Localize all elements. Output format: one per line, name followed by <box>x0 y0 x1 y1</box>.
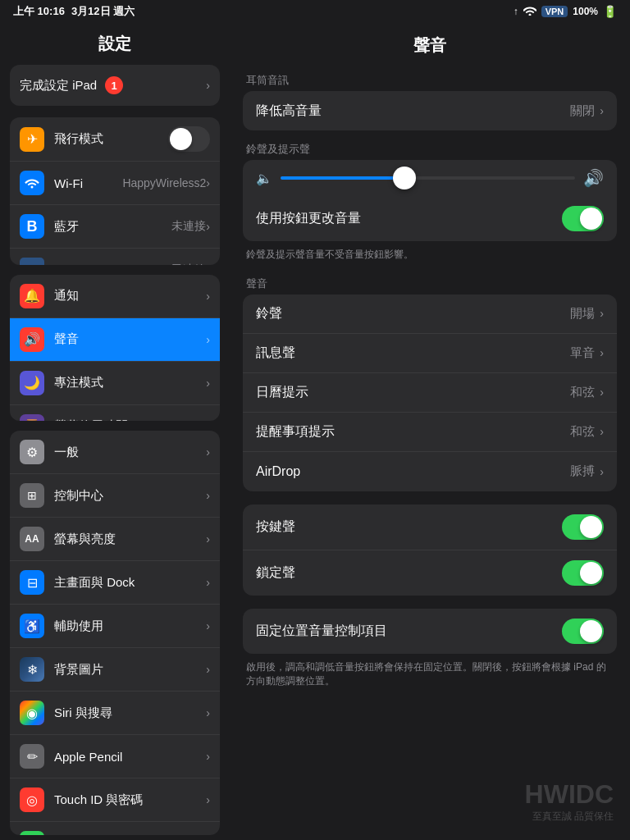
volume-slider-fill <box>281 176 404 180</box>
sidebar-item-general[interactable]: ⚙ 一般 › <box>10 431 220 474</box>
lower-volume-label: 降低高音量 <box>256 103 570 120</box>
reminder-label: 提醒事項提示 <box>256 423 570 441</box>
lock-volume-toggle[interactable] <box>562 619 604 644</box>
message-label: 訊息聲 <box>256 345 570 362</box>
use-button-volume-knob <box>580 208 602 230</box>
lower-volume-value: 關閉 <box>570 103 595 119</box>
airplane-toggle[interactable] <box>168 126 210 152</box>
volume-slider-thumb[interactable] <box>393 167 416 189</box>
settings-row-calendar[interactable]: 日曆提示 和弦 › <box>243 373 617 413</box>
screentime-label: 螢幕使用時間 <box>54 418 206 421</box>
ringtone-value: 開場 <box>570 306 595 322</box>
setup-banner-left: 完成設定 iPad 1 <box>20 76 123 94</box>
homescreen-icon: ⊟ <box>20 570 44 595</box>
main-layout: 設定 完成設定 iPad 1 › ✈ 飛行模式 Wi-Fi <box>0 23 630 840</box>
setup-chevron-icon: › <box>206 79 210 92</box>
section-label-ringtone: 鈴聲及提示聲 <box>230 134 630 160</box>
sidebar-item-notification[interactable]: 🔔 通知 › <box>10 275 220 318</box>
sidebar-item-bluetooth[interactable]: B 藍牙 未連接 › <box>10 205 220 249</box>
sidebar-item-screentime[interactable]: ⏳ 螢幕使用時間 › <box>10 405 220 422</box>
sound-icon: 🔊 <box>20 327 44 352</box>
status-date: 3月12日 週六 <box>71 4 135 19</box>
battery-icon-sidebar: 🔋 <box>20 831 44 835</box>
settings-group-keyboard: 按鍵聲 鎖定聲 <box>243 504 617 596</box>
settings-group-earphone: 降低高音量 關閉 › <box>243 91 617 130</box>
wallpaper-icon: ❄ <box>20 657 44 682</box>
status-time: 上午 10:16 <box>13 4 65 19</box>
lock-sound-knob <box>580 562 602 584</box>
sidebar-group-notifications: 🔔 通知 › 🔊 聲音 › 🌙 專注模式 › ⏳ 螢幕使用時間 › <box>10 275 220 422</box>
airdrop-value: 脈搏 <box>570 463 595 479</box>
settings-row-message[interactable]: 訊息聲 單音 › <box>243 334 617 373</box>
status-bar: 上午 10:16 3月12日 週六 ↑ VPN 100% 🔋 <box>0 0 630 23</box>
volume-slider-track[interactable] <box>281 176 575 180</box>
focus-label: 專注模式 <box>54 375 206 390</box>
setup-banner-label: 完成設定 iPad <box>20 78 97 94</box>
screentime-icon: ⏳ <box>20 414 44 422</box>
wallpaper-label: 背景圖片 <box>54 662 206 678</box>
sidebar-item-pencil[interactable]: ✏ Apple Pencil › <box>10 735 220 778</box>
sidebar-item-focus[interactable]: 🌙 專注模式 › <box>10 362 220 405</box>
sidebar-item-siri[interactable]: ◉ Siri 與搜尋 › <box>10 692 220 735</box>
settings-row-lock-sound[interactable]: 鎖定聲 <box>243 550 617 596</box>
sound-chevron-icon: › <box>206 333 210 346</box>
setup-banner[interactable]: 完成設定 iPad 1 › <box>10 65 220 106</box>
sidebar-item-battery[interactable]: 🔋 電池 › <box>10 822 220 835</box>
sound-label: 聲音 <box>54 331 206 347</box>
pencil-label: Apple Pencil <box>54 750 206 764</box>
lock-volume-label: 固定位置音量控制項目 <box>256 623 562 640</box>
touchid-label: Touch ID 與密碼 <box>54 792 206 808</box>
general-icon: ⚙ <box>20 440 44 464</box>
siri-label: Siri 與搜尋 <box>54 705 206 721</box>
settings-row-ringtone[interactable]: 鈴聲 開場 › <box>243 294 617 334</box>
volume-low-icon: 🔈 <box>256 171 272 186</box>
sidebar-item-touchid[interactable]: ◎ Touch ID 與密碼 › <box>10 778 220 822</box>
panel-title: 聲音 <box>230 23 630 65</box>
vpn-label: VPN <box>54 263 171 265</box>
settings-row-airdrop[interactable]: AirDrop 脈搏 › <box>243 452 617 491</box>
use-button-volume-label: 使用按鈕更改音量 <box>256 210 562 227</box>
sidebar-item-airplane[interactable]: ✈ 飛行模式 <box>10 117 220 162</box>
airdrop-label: AirDrop <box>256 464 570 479</box>
sidebar-item-control[interactable]: ⊞ 控制中心 › <box>10 474 220 518</box>
sidebar-item-sound[interactable]: 🔊 聲音 › <box>10 318 220 362</box>
homescreen-chevron-icon: › <box>206 576 210 589</box>
sidebar-item-display[interactable]: AA 螢幕與亮度 › <box>10 518 220 561</box>
key-sound-toggle[interactable] <box>562 514 604 540</box>
settings-row-key-sound[interactable]: 按鍵聲 <box>243 504 617 550</box>
volume-high-icon: 🔊 <box>583 168 604 188</box>
lock-sound-toggle[interactable] <box>562 560 604 586</box>
sidebar-item-accessibility[interactable]: ♿ 輔助使用 › <box>10 605 220 648</box>
settings-group-sounds: 鈴聲 開場 › 訊息聲 單音 › 日曆提示 和弦 › 提醒事項提示 和弦 › A… <box>243 294 617 491</box>
ringtone-note: 鈴聲及提示聲音量不受音量按鈕影響。 <box>230 244 630 268</box>
setup-badge: 1 <box>105 76 123 94</box>
sidebar-title: 設定 <box>0 23 230 62</box>
focus-icon: 🌙 <box>20 371 44 395</box>
key-sound-label: 按鍵聲 <box>256 518 562 536</box>
sidebar-item-vpn[interactable]: VPN VPN 已連線 › <box>10 249 220 265</box>
sidebar-item-wallpaper[interactable]: ❄ 背景圖片 › <box>10 648 220 692</box>
sidebar-group-general: ⚙ 一般 › ⊞ 控制中心 › AA 螢幕與亮度 › ⊟ 主畫面與 Dock ›… <box>10 431 220 835</box>
touchid-icon: ◎ <box>20 788 44 812</box>
bluetooth-icon: B <box>20 214 44 239</box>
volume-slider-row: 🔈 🔊 <box>243 160 617 196</box>
airdrop-chevron-icon: › <box>600 465 604 478</box>
sidebar-item-wifi[interactable]: Wi-Fi HappyWireless2 › <box>10 162 220 205</box>
watermark-subtitle: 至真至誠 品質保住 <box>525 810 614 824</box>
settings-row-lock-volume[interactable]: 固定位置音量控制項目 <box>243 609 617 654</box>
section-label-sounds: 聲音 <box>230 268 630 294</box>
lock-sound-label: 鎖定聲 <box>256 564 562 582</box>
lower-volume-chevron-icon: › <box>600 104 604 117</box>
settings-row-reminder[interactable]: 提醒事項提示 和弦 › <box>243 413 617 452</box>
bluetooth-label: 藍牙 <box>54 219 171 235</box>
settings-group-lock-volume: 固定位置音量控制項目 <box>243 609 617 654</box>
settings-row-lower-volume[interactable]: 降低高音量 關閉 › <box>243 91 617 130</box>
settings-row-use-button-volume[interactable]: 使用按鈕更改音量 <box>243 196 617 241</box>
general-chevron-icon: › <box>206 445 210 459</box>
lock-volume-knob <box>580 620 602 642</box>
vpn-chevron-icon: › <box>206 263 210 265</box>
sidebar-item-homescreen[interactable]: ⊟ 主畫面與 Dock › <box>10 561 220 605</box>
ringtone-label: 鈴聲 <box>256 305 570 322</box>
display-icon: AA <box>20 527 44 551</box>
use-button-volume-toggle[interactable] <box>562 206 604 231</box>
